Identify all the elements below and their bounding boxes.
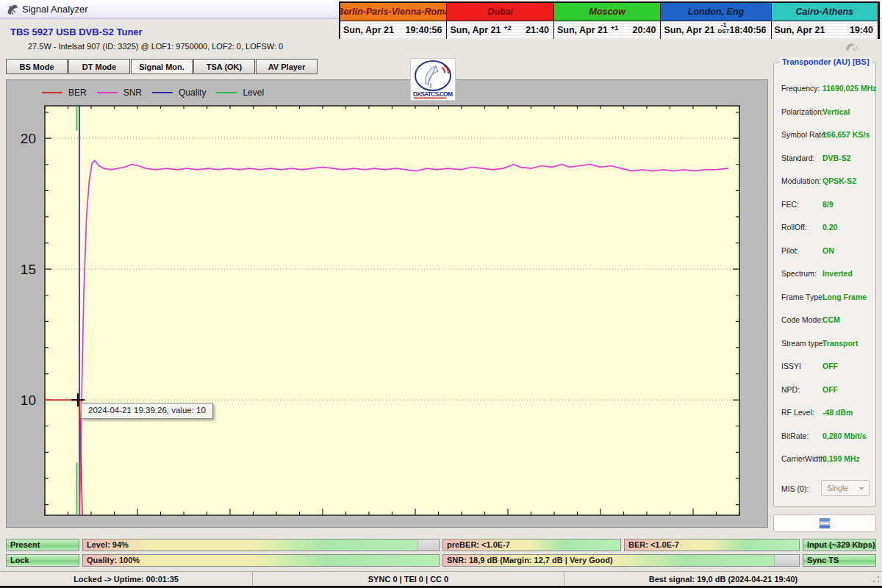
- satellite-dish-icon: [6, 3, 19, 19]
- transponder-row-frequency-: Frequency:11690,025 MHz: [774, 84, 875, 94]
- logo-text: DXSATCS.COM: [413, 90, 453, 98]
- transponder-row-spectrum-: Spectrum:Inverted: [774, 269, 875, 279]
- mode-tabs: BS ModeDT ModeSignal Mon.TSA (OK)AV Play…: [6, 59, 318, 74]
- tab-bs-mode[interactable]: BS Mode: [6, 59, 68, 74]
- mis-selected-value: Single: [827, 484, 848, 492]
- chevron-down-icon: [858, 487, 864, 490]
- transponder-label: NPD:: [781, 385, 800, 394]
- clock-time-1: Sun, Apr 21+221:40: [447, 21, 553, 39]
- signal-chart-panel: BERSNRQualityLevel 101520: [6, 79, 768, 528]
- transponder-value: OFF: [822, 385, 838, 394]
- transponder-value: ON: [822, 246, 834, 255]
- bar-ber: BER: <1.0E-7: [624, 539, 800, 551]
- transponder-label: RollOff:: [781, 223, 807, 232]
- clock-city-4: Cairo-Athens: [772, 3, 879, 21]
- transponder-title: Transponder (AU) [BS]: [780, 57, 872, 66]
- transponder-row-stream-type-: Stream type:Transport: [774, 339, 875, 349]
- transponder-label: Symbol Rate:: [781, 130, 828, 139]
- transponder-value: QPSK-S2: [822, 176, 856, 185]
- clock-time-2: Sun, Apr 21+120:40: [554, 21, 661, 39]
- transponder-value: CCM: [822, 315, 840, 324]
- transponder-label: Standard:: [781, 154, 815, 162]
- transponder-value: 0.20: [822, 223, 837, 232]
- clock-time-value: 18:40:56: [729, 25, 770, 35]
- transponder-value: Vertical: [822, 107, 850, 116]
- clock-time-4: Sun, Apr 2119:40: [772, 21, 879, 39]
- bar-quality: Quality: 100%: [82, 554, 440, 567]
- plot-area[interactable]: [45, 106, 739, 515]
- transponder-row-polarization-: Polarization:Vertical: [774, 107, 875, 118]
- transponder-value: 0,280 Mbit/s: [822, 431, 867, 440]
- clock-date: Sun, Apr 21: [772, 25, 825, 35]
- transponder-label: CarrierWidth:: [781, 454, 827, 463]
- transponder-row-modulation-: Modulation:QPSK-S2: [774, 176, 875, 187]
- transponder-label: FEC:: [781, 200, 799, 209]
- tuner-details: 27.5W - Intelsat 907 (ID: 3325) @ LOF1: …: [28, 42, 283, 51]
- transponder-value: OFF: [822, 362, 838, 370]
- clock-time-value: 19:40:56: [405, 25, 446, 35]
- transponder-value: 8/9: [822, 200, 833, 209]
- dxsatcs-logo: DXSATCS.COM: [410, 58, 456, 101]
- transponder-label: Frame Type:: [781, 293, 825, 301]
- status-best-signal: Best signal: 19,0 dB (2024-04-21 19:40): [564, 572, 882, 586]
- transponder-value: 11690,025 MHz: [822, 84, 877, 93]
- transponder-value: DVB-S2: [822, 154, 851, 162]
- clock-date: Sun, Apr 21: [447, 25, 501, 35]
- transponder-value: Inverted: [822, 269, 853, 278]
- transponder-list-button[interactable]: [773, 514, 876, 532]
- transponder-value: Long Frame: [822, 293, 867, 301]
- chart-tooltip: 2024-04-21 19.39.26, value: 10: [81, 403, 213, 419]
- signal-chart[interactable]: 101520: [7, 80, 767, 527]
- badge-sync-ts: Sync TS: [803, 554, 876, 567]
- status-bar: Locked -> Uptime: 00:01:35 SYNC 0 | TEI …: [0, 571, 882, 586]
- transponder-row-symbol-rate-: Symbol Rate:166,657 KS/s: [774, 130, 875, 140]
- clock-utc-offset: +2: [503, 25, 511, 31]
- transponder-row-rf-level-: RF Level:-48 dBm: [774, 408, 875, 418]
- clock-time-3: Sun, Apr 21-1DST18:40:56: [661, 21, 771, 39]
- badge-lock: Lock: [6, 554, 79, 567]
- transponder-panel: Transponder (AU) [BS] Frequency:11690,02…: [773, 62, 876, 507]
- clock-utc-offset: +1: [611, 25, 618, 31]
- bar-preber: preBER: <1.0E-7: [442, 539, 621, 551]
- transponder-row-standard-: Standard:DVB-S2: [774, 154, 875, 164]
- tab-dt-mode[interactable]: DT Mode: [68, 59, 130, 74]
- badge-present: Present: [6, 539, 79, 551]
- transponder-label: BitRate:: [781, 431, 808, 440]
- bar-snr: SNR: 18,9 dB (Margin: 12,7 dB | Very Goo…: [442, 554, 800, 567]
- clock-utc-offset: -1DST: [717, 22, 729, 35]
- transponder-row-rolloff-: RollOff:0.20: [774, 223, 875, 233]
- stack-icon: [819, 518, 831, 528]
- tuner-name: TBS 5927 USB DVB-S2 Tuner: [10, 26, 143, 37]
- resize-grip[interactable]: [872, 576, 880, 583]
- transponder-value: 0,199 MHz: [822, 454, 860, 463]
- badge-input: Input (~329 Kbps): [803, 539, 876, 551]
- transponder-label: Code Mode:: [781, 315, 823, 324]
- transponder-value: -48 dBm: [822, 408, 853, 417]
- clock-time-value: 20:40: [632, 25, 660, 35]
- y-tick-label-15: 15: [21, 262, 36, 277]
- world-clock-panel: Berlin-Paris-Vienna-RomaSun, Apr 2119:40…: [339, 1, 880, 39]
- mis-label: MIS (0):: [781, 484, 808, 493]
- transponder-value: Transport: [822, 339, 858, 348]
- bar-unfilled: [417, 539, 439, 551]
- transponder-row-issyi: ISSYIOFF: [774, 362, 875, 372]
- status-sync-counters: SYNC 0 | TEI 0 | CC 0: [253, 572, 564, 586]
- bar-level: Level: 94%: [82, 539, 440, 551]
- tab-tsa-ok-[interactable]: TSA (OK): [193, 59, 255, 74]
- transponder-row-carrierwidth-: CarrierWidth:0,199 MHz: [774, 454, 875, 465]
- transponder-label: Modulation:: [781, 176, 821, 185]
- transponder-row-pilot-: Pilot:ON: [774, 246, 875, 257]
- transponder-row-fec-: FEC:8/9: [774, 200, 875, 210]
- transponder-label: Polarization:: [781, 107, 824, 116]
- clock-city-1: Dubai: [447, 3, 553, 21]
- transponder-label: Pilot:: [781, 246, 798, 255]
- transponder-label: Stream type:: [781, 339, 825, 348]
- tab-av-player[interactable]: AV Player: [256, 59, 318, 74]
- mis-select[interactable]: Single: [821, 480, 870, 496]
- transponder-row-frame-type-: Frame Type:Long Frame: [774, 293, 875, 303]
- transponder-label: ISSYI: [781, 362, 801, 370]
- clock-city-0: Berlin-Paris-Vienna-Roma: [340, 3, 447, 21]
- mini-satellite-icon: [844, 41, 860, 56]
- tab-signal-mon-[interactable]: Signal Mon.: [131, 59, 193, 74]
- y-tick-label-10: 10: [21, 392, 36, 408]
